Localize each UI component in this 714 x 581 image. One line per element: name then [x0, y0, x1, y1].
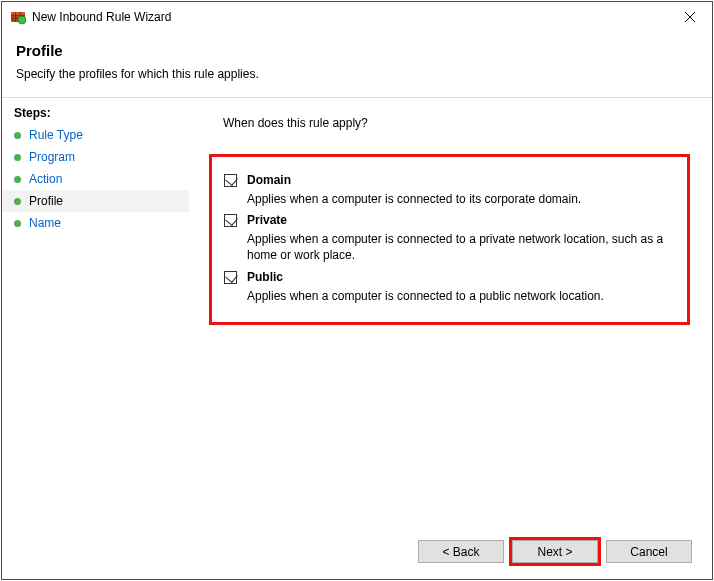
- profiles-highlight: Domain Applies when a computer is connec…: [209, 154, 690, 325]
- checkbox-private[interactable]: [224, 214, 237, 227]
- svg-rect-4: [15, 12, 16, 22]
- svg-rect-1: [11, 12, 25, 15]
- button-bar: < Back Next > Cancel: [418, 540, 692, 563]
- step-name[interactable]: Name: [2, 212, 189, 234]
- page-subtitle: Specify the profiles for which this rule…: [16, 67, 698, 81]
- bullet-icon: [14, 220, 21, 227]
- checkbox-label-public: Public: [247, 270, 283, 284]
- window-title: New Inbound Rule Wizard: [32, 10, 667, 24]
- checkbox-row-domain: Domain: [224, 173, 675, 187]
- checkbox-desc-public: Applies when a computer is connected to …: [247, 288, 675, 304]
- step-rule-type[interactable]: Rule Type: [2, 124, 189, 146]
- content-pane: When does this rule apply? Domain Applie…: [189, 98, 712, 579]
- checkbox-desc-domain: Applies when a computer is connected to …: [247, 191, 675, 207]
- checkbox-domain[interactable]: [224, 174, 237, 187]
- step-label: Profile: [29, 194, 63, 208]
- checkbox-desc-private: Applies when a computer is connected to …: [247, 231, 675, 263]
- back-button[interactable]: < Back: [418, 540, 504, 563]
- firewall-icon: [10, 9, 26, 25]
- steps-sidebar: Steps: Rule Type Program Action Profile …: [2, 98, 189, 579]
- wizard-window: New Inbound Rule Wizard Profile Specify …: [1, 1, 713, 580]
- step-label: Action: [29, 172, 62, 186]
- header-area: Profile Specify the profiles for which t…: [2, 32, 712, 98]
- checkbox-label-private: Private: [247, 213, 287, 227]
- titlebar: New Inbound Rule Wizard: [2, 2, 712, 32]
- checkbox-row-public: Public: [224, 270, 675, 284]
- svg-point-6: [18, 16, 26, 24]
- prompt-text: When does this rule apply?: [199, 114, 692, 130]
- checkbox-row-private: Private: [224, 213, 675, 227]
- cancel-button[interactable]: Cancel: [606, 540, 692, 563]
- steps-heading: Steps:: [2, 104, 189, 124]
- bullet-icon: [14, 154, 21, 161]
- body-area: Steps: Rule Type Program Action Profile …: [2, 98, 712, 579]
- step-profile[interactable]: Profile: [2, 190, 189, 212]
- next-button[interactable]: Next >: [512, 540, 598, 563]
- step-program[interactable]: Program: [2, 146, 189, 168]
- step-action[interactable]: Action: [2, 168, 189, 190]
- bullet-icon: [14, 198, 21, 205]
- bullet-icon: [14, 176, 21, 183]
- bullet-icon: [14, 132, 21, 139]
- checkbox-label-domain: Domain: [247, 173, 291, 187]
- close-button[interactable]: [667, 2, 712, 32]
- step-label: Rule Type: [29, 128, 83, 142]
- checkbox-public[interactable]: [224, 271, 237, 284]
- step-label: Name: [29, 216, 61, 230]
- page-title: Profile: [16, 42, 698, 59]
- step-label: Program: [29, 150, 75, 164]
